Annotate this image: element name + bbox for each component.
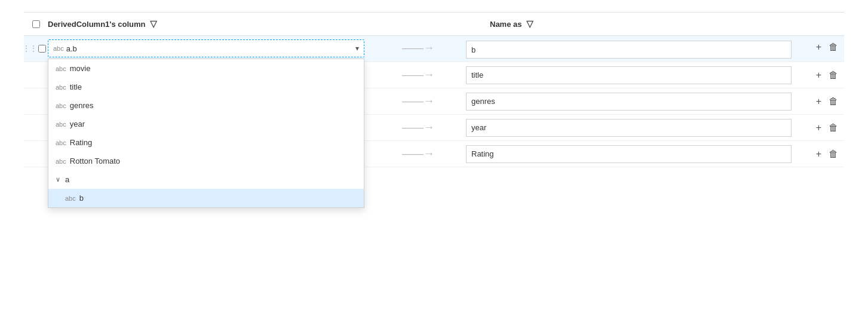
actions-cell-2: + 🗑 bbox=[796, 69, 844, 82]
dropdown-item-genres[interactable]: abc genres bbox=[48, 96, 364, 115]
arrow-cell-1: ——→ bbox=[370, 42, 466, 54]
drag-handle[interactable]: ⋮⋮ bbox=[24, 44, 36, 53]
row-checkbox-cell-1 bbox=[36, 45, 48, 53]
main-container: DerivedColumn1's column ▽ Name as ▽ ⋮⋮ a… bbox=[0, 0, 868, 328]
add-button-1[interactable]: + bbox=[815, 41, 823, 54]
table-row: ⋮⋮ abc a.b ▾ abc movie abc bbox=[24, 36, 844, 62]
dropdown-item-label: b bbox=[79, 194, 84, 203]
name-column-label: Name as bbox=[490, 20, 522, 29]
add-button-3[interactable]: + bbox=[815, 95, 823, 108]
dropdown-item-label: Rating bbox=[70, 138, 93, 147]
name-input-3[interactable] bbox=[466, 93, 792, 111]
arrow-right-icon: ——→ bbox=[402, 95, 434, 108]
source-dropdown-trigger-1[interactable]: abc a.b ▾ bbox=[48, 39, 364, 57]
add-button-4[interactable]: + bbox=[815, 121, 823, 134]
arrow-right-icon: ——→ bbox=[402, 148, 434, 160]
dropdown-item-label: title bbox=[70, 82, 82, 91]
dropdown-item-label: year bbox=[70, 119, 85, 128]
dropdown-item-rotton-tomato[interactable]: abc Rotton Tomato bbox=[48, 152, 364, 170]
name-input-cell-1 bbox=[466, 41, 796, 59]
name-input-cell-4 bbox=[466, 119, 796, 137]
name-input-cell-3 bbox=[466, 93, 796, 111]
dropdown-item-b[interactable]: abc b bbox=[48, 189, 364, 207]
actions-cell-4: + 🗑 bbox=[796, 121, 844, 134]
dropdown-item-year[interactable]: abc year bbox=[48, 115, 364, 133]
arrow-cell-4: ——→ bbox=[370, 121, 466, 134]
add-button-5[interactable]: + bbox=[815, 148, 823, 161]
name-input-1[interactable] bbox=[466, 41, 792, 59]
name-column-header: Name as ▽ bbox=[490, 19, 796, 29]
actions-cell-1: + 🗑 bbox=[796, 41, 844, 54]
table-header: DerivedColumn1's column ▽ Name as ▽ bbox=[24, 12, 844, 36]
dropdown-group-label: a bbox=[65, 175, 69, 184]
abc-badge-row1: abc bbox=[53, 45, 64, 52]
group-expand-icon: ∨ bbox=[56, 176, 60, 183]
delete-button-2[interactable]: 🗑 bbox=[827, 69, 839, 82]
source-filter-icon[interactable]: ▽ bbox=[150, 19, 157, 29]
arrow-right-icon: ——→ bbox=[402, 42, 434, 54]
arrow-cell-3: ——→ bbox=[370, 95, 466, 108]
dropdown-item-label: genres bbox=[70, 101, 94, 110]
dropdown-item-label: movie bbox=[70, 64, 91, 73]
delete-button-5[interactable]: 🗑 bbox=[827, 148, 839, 161]
arrow-right-icon: ——→ bbox=[402, 121, 434, 134]
delete-button-3[interactable]: 🗑 bbox=[827, 95, 839, 108]
actions-cell-5: + 🗑 bbox=[796, 148, 844, 161]
dropdown-item-group-a[interactable]: ∨ a bbox=[48, 170, 364, 189]
dropdown-item-title[interactable]: abc title bbox=[48, 78, 364, 96]
dropdown-item-label: Rotton Tomato bbox=[70, 157, 120, 165]
dropdown-item-movie[interactable]: abc movie bbox=[48, 59, 364, 78]
name-input-5[interactable] bbox=[466, 145, 792, 163]
name-input-cell-5 bbox=[466, 145, 796, 163]
header-checkbox[interactable] bbox=[32, 20, 40, 28]
name-input-cell-2 bbox=[466, 66, 796, 84]
drag-icon: ⋮⋮ bbox=[23, 44, 37, 53]
actions-cell-3: + 🗑 bbox=[796, 95, 844, 108]
source-column-label: DerivedColumn1's column bbox=[48, 20, 145, 29]
header-checkbox-cell bbox=[24, 20, 48, 28]
source-dropdown-1: abc a.b ▾ abc movie abc title abc bbox=[48, 39, 364, 57]
arrow-right-icon: ——→ bbox=[402, 69, 434, 81]
chevron-down-icon: ▾ bbox=[355, 44, 359, 53]
add-button-2[interactable]: + bbox=[815, 69, 823, 82]
row-checkbox-1[interactable] bbox=[38, 45, 46, 53]
delete-button-1[interactable]: 🗑 bbox=[827, 41, 839, 54]
dropdown-value-row1: a.b bbox=[66, 44, 355, 53]
source-column-header: DerivedColumn1's column ▽ bbox=[48, 19, 394, 29]
name-input-4[interactable] bbox=[466, 119, 792, 137]
name-filter-icon[interactable]: ▽ bbox=[526, 19, 533, 29]
name-input-2[interactable] bbox=[466, 66, 792, 84]
dropdown-item-rating[interactable]: abc Rating bbox=[48, 133, 364, 152]
dropdown-menu: abc movie abc title abc genres abc year bbox=[48, 59, 364, 208]
arrow-cell-2: ——→ bbox=[370, 69, 466, 81]
delete-button-4[interactable]: 🗑 bbox=[827, 121, 839, 134]
arrow-cell-5: ——→ bbox=[370, 148, 466, 160]
